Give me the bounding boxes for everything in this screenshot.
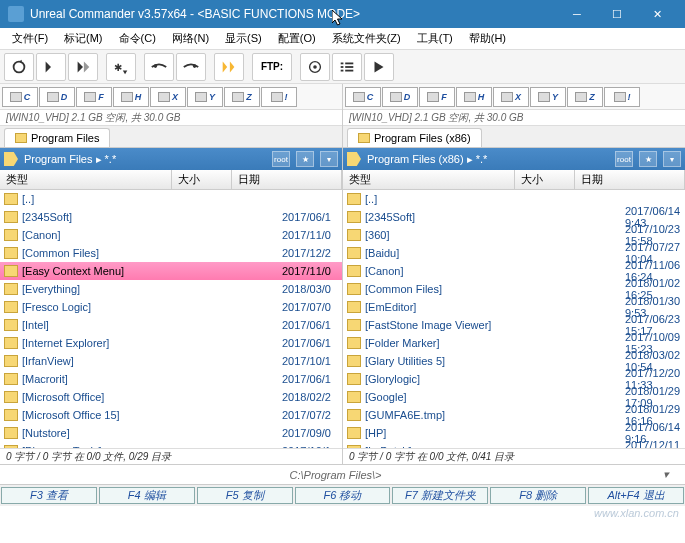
refresh-button[interactable] — [4, 53, 34, 81]
drive-button-c[interactable]: C — [345, 87, 381, 107]
drive-button-h[interactable]: H — [113, 87, 149, 107]
folder-icon — [358, 133, 370, 143]
fn-button[interactable]: F3 查看 — [1, 487, 97, 504]
fn-button[interactable]: F7 新建文件夹 — [392, 487, 488, 504]
view-btn-1[interactable] — [36, 53, 66, 81]
list-icon[interactable] — [332, 53, 362, 81]
cmd-dropdown[interactable]: ▾ — [663, 468, 677, 481]
menu-item[interactable]: 配置(O) — [270, 29, 324, 48]
drive-button-c[interactable]: C — [2, 87, 38, 107]
file-row[interactable]: [Fresco Logic]2017/07/0 — [0, 298, 342, 316]
fn-button[interactable]: F4 编辑 — [99, 487, 195, 504]
folder-icon — [347, 373, 361, 385]
file-row[interactable]: [Nutstore]2017/09/0 — [0, 424, 342, 442]
close-button[interactable]: ✕ — [637, 0, 677, 28]
folder-icon — [4, 355, 18, 367]
drive-button-d[interactable]: D — [382, 87, 418, 107]
file-row[interactable]: [IrfanView]2017/10/1 — [0, 352, 342, 370]
drive-button-z[interactable]: Z — [567, 87, 603, 107]
menu-item[interactable]: 系统文件夹(Z) — [324, 29, 409, 48]
drive-button-d[interactable]: D — [39, 87, 75, 107]
command-line[interactable]: C:\Program Files\> ▾ — [0, 464, 685, 484]
drive-button-x[interactable]: X — [493, 87, 529, 107]
ftp-button[interactable]: FTP: — [252, 53, 292, 81]
menu-item[interactable]: 标记(M) — [56, 29, 111, 48]
file-row[interactable]: [Microsoft Office]2018/02/2 — [0, 388, 342, 406]
filter-button[interactable]: ✱ — [106, 53, 136, 81]
file-row[interactable]: [Canon]2017/11/0 — [0, 226, 342, 244]
drive-button-![interactable]: ! — [261, 87, 297, 107]
file-row[interactable]: [Common Files]2017/12/2 — [0, 244, 342, 262]
file-row[interactable]: [2345Soft]2017/06/1 — [0, 208, 342, 226]
play-icon[interactable] — [364, 53, 394, 81]
folder-icon — [347, 355, 361, 367]
root-button[interactable]: root — [615, 151, 633, 167]
left-disk-info: [WIN10_VHD] 2.1 GB 空闲, 共 30.0 GB — [0, 110, 342, 126]
col-name[interactable]: 类型 — [0, 170, 172, 189]
right-columns: 类型 大小 日期 — [343, 170, 685, 190]
root-button[interactable]: root — [272, 151, 290, 167]
menu-item[interactable]: 命令(C) — [111, 29, 164, 48]
fn-button[interactable]: F5 复制 — [197, 487, 293, 504]
history-button[interactable]: ▾ — [320, 151, 338, 167]
history-button[interactable]: ▾ — [663, 151, 681, 167]
folder-icon — [4, 301, 18, 313]
right-drives: CDFHXYZ! — [343, 84, 685, 110]
fav-button[interactable]: ★ — [296, 151, 314, 167]
file-row[interactable]: [Internet Explorer]2017/06/1 — [0, 334, 342, 352]
drive-button-z[interactable]: Z — [224, 87, 260, 107]
col-date[interactable]: 日期 — [575, 170, 685, 189]
svg-point-3 — [193, 64, 197, 68]
dual-view-icon[interactable] — [214, 53, 244, 81]
drive-button-![interactable]: ! — [604, 87, 640, 107]
right-status: 0 字节 / 0 字节 在 0/0 文件, 0/41 目录 — [343, 448, 685, 464]
right-file-list[interactable]: [..][2345Soft]2017/06/14 9:43[360]2017/1… — [343, 190, 685, 448]
title-bar: Unreal Commander v3.57x64 - <BASIC FUNCT… — [0, 0, 685, 28]
right-tab[interactable]: Program Files (x86) — [347, 128, 482, 147]
fn-button[interactable]: F8 删除 — [490, 487, 586, 504]
folder-icon — [4, 319, 18, 331]
fav-button[interactable]: ★ — [639, 151, 657, 167]
col-name[interactable]: 类型 — [343, 170, 515, 189]
file-row[interactable]: [Microsoft Office 15]2017/07/2 — [0, 406, 342, 424]
target-icon[interactable] — [300, 53, 330, 81]
left-drives: CDFHXYZ! — [0, 84, 342, 110]
file-row[interactable]: [..] — [0, 190, 342, 208]
drive-button-y[interactable]: Y — [187, 87, 223, 107]
col-size[interactable]: 大小 — [172, 170, 232, 189]
fn-button[interactable]: F6 移动 — [295, 487, 391, 504]
right-tab-bar: Program Files (x86) — [343, 126, 685, 148]
minimize-button[interactable]: ─ — [557, 0, 597, 28]
left-tab-bar: Program Files — [0, 126, 342, 148]
app-icon — [8, 6, 24, 22]
file-row[interactable]: [Macrorit]2017/06/1 — [0, 370, 342, 388]
menu-item[interactable]: 文件(F) — [4, 29, 56, 48]
left-file-list[interactable]: [..][2345Soft]2017/06/1[Canon]2017/11/0[… — [0, 190, 342, 448]
drive-button-x[interactable]: X — [150, 87, 186, 107]
menu-item[interactable]: 帮助(H) — [461, 29, 514, 48]
menu-item[interactable]: 网络(N) — [164, 29, 217, 48]
left-tab[interactable]: Program Files — [4, 128, 110, 147]
menu-item[interactable]: 工具(T) — [409, 29, 461, 48]
fn-button[interactable]: Alt+F4 退出 — [588, 487, 684, 504]
col-date[interactable]: 日期 — [232, 170, 342, 189]
folder-icon — [347, 193, 361, 205]
drive-button-f[interactable]: F — [419, 87, 455, 107]
eye-right-icon[interactable] — [176, 53, 206, 81]
file-row[interactable]: [Easy Context Menu]2017/11/0 — [0, 262, 342, 280]
drive-button-y[interactable]: Y — [530, 87, 566, 107]
view-btn-2[interactable] — [68, 53, 98, 81]
file-row[interactable]: [Intel]2017/06/1 — [0, 316, 342, 334]
drive-button-h[interactable]: H — [456, 87, 492, 107]
file-row[interactable]: [Everything]2018/03/0 — [0, 280, 342, 298]
drive-button-f[interactable]: F — [76, 87, 112, 107]
eye-left-icon[interactable] — [144, 53, 174, 81]
col-size[interactable]: 大小 — [515, 170, 575, 189]
maximize-button[interactable]: ☐ — [597, 0, 637, 28]
menu-item[interactable]: 显示(S) — [217, 29, 270, 48]
right-path-bar[interactable]: Program Files (x86) ▸ *.* root ★ ▾ — [343, 148, 685, 170]
left-path-bar[interactable]: Program Files ▸ *.* root ★ ▾ — [0, 148, 342, 170]
folder-icon — [15, 133, 27, 143]
folder-icon — [4, 391, 18, 403]
folder-icon — [347, 283, 361, 295]
